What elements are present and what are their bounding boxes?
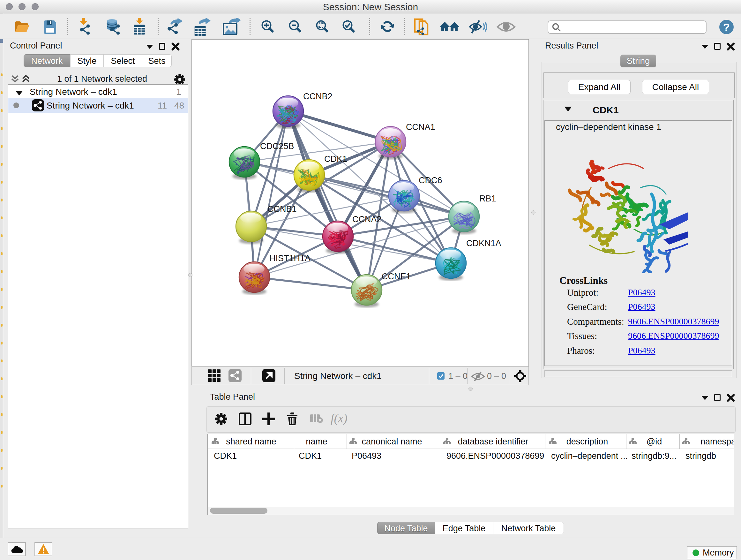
svg-text:CCNB1: CCNB1 [267,204,297,214]
svg-text:CDK1: CDK1 [324,154,347,164]
svg-text:CDC25B: CDC25B [260,141,294,151]
svg-text:CDC6: CDC6 [419,176,442,185]
svg-text:CCNB2: CCNB2 [303,91,333,101]
svg-text:CCNA2: CCNA2 [352,214,382,224]
svg-text:CCNE1: CCNE1 [382,272,411,281]
svg-text:CDKN1A: CDKN1A [466,239,501,248]
svg-text:HIST1H1A: HIST1H1A [269,253,311,263]
svg-text:RB1: RB1 [479,194,496,203]
svg-text:CCNA1: CCNA1 [406,122,435,132]
